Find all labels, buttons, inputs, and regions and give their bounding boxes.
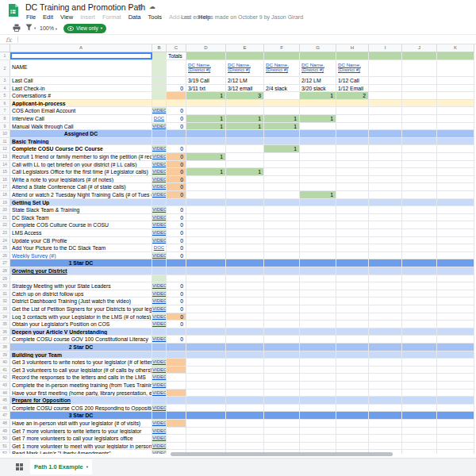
cell-H14[interactable] — [336, 161, 369, 168]
cell-B19[interactable] — [152, 199, 167, 206]
cell-D49[interactable] — [186, 428, 226, 435]
cell-H18[interactable] — [336, 191, 369, 198]
cell-C14[interactable]: 0 — [167, 161, 186, 168]
cell-G16[interactable] — [300, 176, 336, 183]
cell-J20[interactable] — [402, 206, 437, 213]
video-link-r43[interactable]: VIDEO — [152, 382, 167, 387]
cell-K49[interactable] — [437, 428, 474, 435]
cell-F44[interactable] — [264, 390, 300, 397]
row-number-28[interactable]: 28 — [0, 267, 10, 274]
cell-F31[interactable] — [264, 290, 300, 298]
cell-F38[interactable] — [264, 344, 300, 351]
cell-I29[interactable] — [369, 275, 402, 282]
cell-H41[interactable] — [336, 367, 369, 374]
cell-K23[interactable] — [437, 229, 474, 236]
cell-G19[interactable] — [300, 199, 336, 206]
cell-G31[interactable] — [300, 290, 336, 298]
cell-I10[interactable] — [369, 130, 402, 137]
district-link[interactable]: (District #) — [228, 67, 263, 73]
cell-A42[interactable]: Record the responses to the letters and … — [10, 374, 152, 381]
cell-I24[interactable] — [369, 237, 402, 244]
cell-E33[interactable] — [226, 305, 264, 313]
cell-K46[interactable] — [437, 405, 474, 412]
cell-B48[interactable]: VIDEO — [152, 420, 167, 427]
cell-B41[interactable]: VIDEO — [152, 367, 167, 374]
cell-C34[interactable]: 0 — [167, 313, 186, 321]
menu-edit[interactable]: Edit — [43, 13, 53, 22]
cell-K11[interactable] — [437, 138, 474, 145]
cell-C48[interactable] — [167, 420, 186, 427]
cell-B18[interactable]: VIDEO — [152, 191, 167, 198]
cell-B40[interactable]: VIDEO — [152, 359, 167, 366]
cell-F35[interactable] — [264, 321, 300, 328]
cell-D17[interactable] — [186, 183, 226, 190]
row-number-5[interactable]: 5 — [0, 92, 10, 99]
cell-J28[interactable] — [402, 267, 437, 274]
cell-D39[interactable] — [186, 351, 226, 359]
cell-B44[interactable]: VIDEO — [152, 390, 167, 397]
cell-F9[interactable]: 1 — [264, 123, 300, 130]
cell-B25[interactable]: DOC — [152, 244, 167, 251]
cell-C28[interactable] — [167, 267, 186, 274]
cell-G6[interactable] — [300, 100, 336, 107]
cell-H40[interactable] — [336, 359, 369, 366]
cell-K50[interactable] — [437, 435, 474, 442]
cell-J1[interactable] — [402, 52, 437, 60]
cell-A17[interactable]: Attend a State Conference Call (# of sta… — [10, 183, 152, 190]
cell-F13[interactable] — [264, 153, 300, 160]
cell-I26[interactable] — [369, 252, 402, 259]
cell-D21[interactable] — [186, 214, 226, 221]
cell-E37[interactable] — [226, 336, 264, 343]
cell-I51[interactable] — [369, 443, 402, 450]
cell-H1[interactable] — [336, 52, 369, 60]
cell-I45[interactable] — [369, 397, 402, 404]
cell-C19[interactable] — [167, 199, 186, 206]
cell-B45[interactable] — [152, 397, 167, 404]
row-number-8[interactable]: 8 — [0, 115, 10, 122]
cell-K15[interactable] — [437, 168, 474, 175]
cell-J10[interactable] — [402, 130, 437, 137]
cell-H19[interactable] — [336, 199, 369, 206]
cell-G18[interactable]: 1 — [300, 191, 336, 198]
cell-K20[interactable] — [437, 206, 474, 213]
cell-K9[interactable] — [437, 123, 474, 130]
cell-E35[interactable] — [226, 321, 264, 328]
cell-F37[interactable] — [264, 336, 300, 343]
cell-J45[interactable] — [402, 397, 437, 404]
cell-J12[interactable] — [402, 145, 437, 152]
row-number-13[interactable]: 13 — [0, 153, 10, 160]
cell-K14[interactable] — [437, 161, 474, 168]
video-link-r42[interactable]: VIDEO — [152, 374, 167, 379]
cell-H44[interactable] — [336, 390, 369, 397]
cell-E41[interactable] — [226, 367, 264, 374]
row-number-31[interactable]: 31 — [0, 290, 10, 298]
cell-K37[interactable] — [437, 336, 474, 343]
cell-K4[interactable] — [437, 85, 474, 92]
row-number-46[interactable]: 46 — [0, 405, 10, 412]
doc-link-r25[interactable]: DOC — [154, 245, 164, 250]
cell-E21[interactable] — [226, 214, 264, 221]
last-edit-status[interactable]: Last edit was made on October 9 by Jason… — [181, 14, 303, 20]
cell-A33[interactable]: Get the List of Petition Signers for you… — [10, 305, 152, 313]
cell-E51[interactable] — [226, 443, 264, 450]
cell-D23[interactable] — [186, 229, 226, 236]
cell-B33[interactable]: VIDEO — [152, 305, 167, 313]
cell-G33[interactable] — [300, 305, 336, 313]
cell-G4[interactable]: 3/20 slack — [300, 85, 336, 92]
cell-G43[interactable] — [300, 382, 336, 389]
cell-C43[interactable] — [167, 382, 186, 389]
cell-H25[interactable] — [336, 244, 369, 251]
cell-G42[interactable] — [300, 374, 336, 381]
row-number-4[interactable]: 4 — [0, 85, 10, 92]
cell-J26[interactable] — [402, 252, 437, 259]
cell-F29[interactable] — [264, 275, 300, 282]
cell-H48[interactable] — [336, 420, 369, 427]
cell-F24[interactable] — [264, 237, 300, 244]
row-number-50[interactable]: 50 — [0, 435, 10, 442]
cell-H46[interactable] — [336, 405, 369, 412]
cell-F15[interactable] — [264, 168, 300, 175]
cell-J6[interactable] — [402, 100, 437, 107]
cell-I28[interactable] — [369, 267, 402, 274]
cell-H6[interactable] — [336, 100, 369, 107]
cell-A10[interactable]: Assigned DC — [10, 130, 152, 137]
